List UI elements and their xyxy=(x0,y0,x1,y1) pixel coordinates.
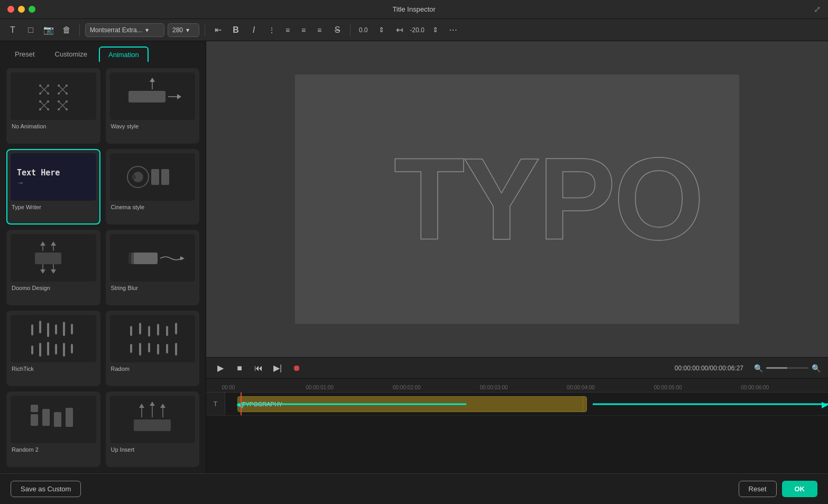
svg-rect-34 xyxy=(35,253,61,264)
step-back-btn[interactable]: ⏮ xyxy=(252,361,265,375)
svg-rect-74 xyxy=(54,412,61,427)
shape-btn[interactable]: □ xyxy=(23,23,38,38)
animation-label-wavy-style: Wavy style xyxy=(110,122,196,130)
align-group: ⋮ ≡ ≡ ≡ xyxy=(264,23,327,38)
svg-point-20 xyxy=(58,100,60,102)
time-display: 00:00:00:00/00:00:06:27 xyxy=(675,365,743,372)
align-left-btn[interactable]: ⇤ xyxy=(210,23,225,38)
window-title: Title Inspector xyxy=(392,5,435,13)
svg-marker-46 xyxy=(180,256,185,260)
svg-marker-26 xyxy=(177,94,181,99)
text-toolbar: T □ 📷 🗑 Montserrat Extra... ▾ 280 ▾ ⇤ B … xyxy=(0,19,828,41)
align-right-text-btn[interactable]: ≡ xyxy=(296,23,311,38)
tab-preset[interactable]: Preset xyxy=(6,46,43,62)
align-center-text-btn[interactable]: ≡ xyxy=(280,23,295,38)
font-size-selector[interactable]: 280 ▾ xyxy=(168,23,199,37)
canvas-container: TYPO xyxy=(206,41,828,357)
zoom-controls: 🔍 🔍 xyxy=(754,364,821,372)
animation-item-radom[interactable]: Radom xyxy=(106,311,200,386)
animation-item-richtick[interactable]: RichTick xyxy=(6,311,100,386)
ruler-mark-1: 00:00:01:00 xyxy=(306,385,334,390)
animation-item-string-blur[interactable]: String Blur xyxy=(106,230,200,305)
zoom-slider[interactable] xyxy=(766,367,808,369)
stop-btn[interactable]: ■ xyxy=(233,361,246,375)
play-btn[interactable]: ▶ xyxy=(214,361,227,375)
svg-rect-73 xyxy=(42,409,50,426)
tracking-stepper[interactable]: ⇕ xyxy=(374,23,389,38)
save-custom-button[interactable]: Save as Custom xyxy=(11,481,81,497)
bold-btn[interactable]: B xyxy=(228,23,243,38)
text-tool-btn[interactable]: T xyxy=(5,23,20,38)
animation-preview-no-animation xyxy=(11,72,96,120)
record-btn[interactable]: ⏺ xyxy=(290,361,303,375)
align-justify-text-btn[interactable]: ≡ xyxy=(312,23,327,38)
minimize-button[interactable] xyxy=(18,6,25,13)
animation-label-richtick: RichTick xyxy=(11,365,96,373)
svg-point-5 xyxy=(47,92,49,95)
step-forward-btn[interactable]: ▶| xyxy=(271,361,284,375)
track-content[interactable]: TYPOGRAPHY ◀ ▶ xyxy=(225,393,828,415)
svg-point-21 xyxy=(66,100,68,102)
animation-item-doomo-design[interactable]: Doomo Design xyxy=(6,230,100,305)
svg-point-4 xyxy=(39,92,41,95)
zoom-out-icon[interactable]: 🔍 xyxy=(754,364,763,372)
line-spacing-icon[interactable]: ↤ xyxy=(392,23,407,38)
delete-btn[interactable]: 🗑 xyxy=(59,23,74,38)
total-time: 00:00:06:27 xyxy=(710,365,743,372)
animation-item-up-insert[interactable]: Up Insert xyxy=(106,391,200,467)
tab-bar: Preset Customize Animation xyxy=(0,41,206,62)
italic-btn[interactable]: I xyxy=(246,23,261,38)
svg-marker-28 xyxy=(150,78,155,82)
animation-label-radom: Radom xyxy=(110,365,196,373)
animation-item-type-writer[interactable]: Text Here → Type Writer xyxy=(6,149,100,225)
image-btn[interactable]: 📷 xyxy=(41,23,56,38)
svg-marker-78 xyxy=(150,402,155,406)
svg-point-14 xyxy=(39,100,41,102)
track-row-typography: T TYPOGRAPHY ◀ xyxy=(206,393,828,416)
tab-customize[interactable]: Customize xyxy=(47,46,96,62)
svg-marker-40 xyxy=(40,269,45,274)
main-area: Preset Customize Animation xyxy=(0,41,828,473)
more-options-btn[interactable]: ⋯ xyxy=(446,23,461,38)
animation-item-cinema-style[interactable]: Cinema style xyxy=(106,149,200,225)
font-name: Montserrat Extra... xyxy=(90,26,142,34)
title-bar: Title Inspector ⤢ xyxy=(0,0,828,19)
align-left-text-btn[interactable]: ⋮ xyxy=(264,23,279,38)
canvas-text: TYPO xyxy=(394,133,702,266)
animation-item-no-animation[interactable]: No Animation xyxy=(6,68,100,144)
font-selector[interactable]: Montserrat Extra... ▾ xyxy=(85,23,164,37)
close-button[interactable] xyxy=(7,6,14,13)
animation-label-string-blur: String Blur xyxy=(110,284,196,292)
transport-bar: ▶ ■ ⏮ ▶| ⏺ 00:00:00:00/00:00:06:27 🔍 🔍 xyxy=(206,358,828,379)
playhead-triangle xyxy=(237,393,245,394)
svg-marker-38 xyxy=(51,241,56,246)
playhead[interactable] xyxy=(241,393,242,415)
animation-preview-cinema-style xyxy=(110,153,196,201)
timeline-ruler: 00:00 00:00:01:00 00:00:02:00 00:00:03:0… xyxy=(206,379,828,393)
svg-rect-45 xyxy=(134,253,158,264)
svg-rect-31 xyxy=(151,169,159,185)
animation-preview-type-writer: Text Here → xyxy=(11,153,96,201)
svg-point-33 xyxy=(132,175,136,179)
svg-rect-71 xyxy=(31,414,38,426)
strikethrough-btn[interactable]: S xyxy=(330,23,345,38)
animation-preview-radom xyxy=(110,315,196,362)
ruler-mark-5: 00:00:05:00 xyxy=(654,385,682,390)
maximize-button[interactable] xyxy=(29,6,35,13)
ruler-mark-0: 00:00 xyxy=(222,385,235,390)
font-dropdown-icon: ▾ xyxy=(145,26,149,34)
reset-button[interactable]: Reset xyxy=(739,481,777,497)
animation-item-random2[interactable]: Random 2 xyxy=(6,391,100,467)
svg-rect-24 xyxy=(128,91,165,102)
svg-marker-82 xyxy=(160,404,165,408)
svg-point-2 xyxy=(39,85,41,87)
svg-rect-75 xyxy=(66,408,73,427)
tab-animation[interactable]: Animation xyxy=(99,46,149,62)
line-spacing-stepper[interactable]: ⇕ xyxy=(428,23,443,38)
bottom-bar: Save as Custom Reset OK xyxy=(0,473,828,504)
zoom-in-icon[interactable]: 🔍 xyxy=(812,364,821,372)
ruler-mark-4: 00:00:04:00 xyxy=(567,385,595,390)
ok-button[interactable]: OK xyxy=(782,481,818,497)
animation-item-wavy-style[interactable]: Wavy style xyxy=(106,68,200,144)
expand-icon[interactable]: ⤢ xyxy=(814,4,821,14)
